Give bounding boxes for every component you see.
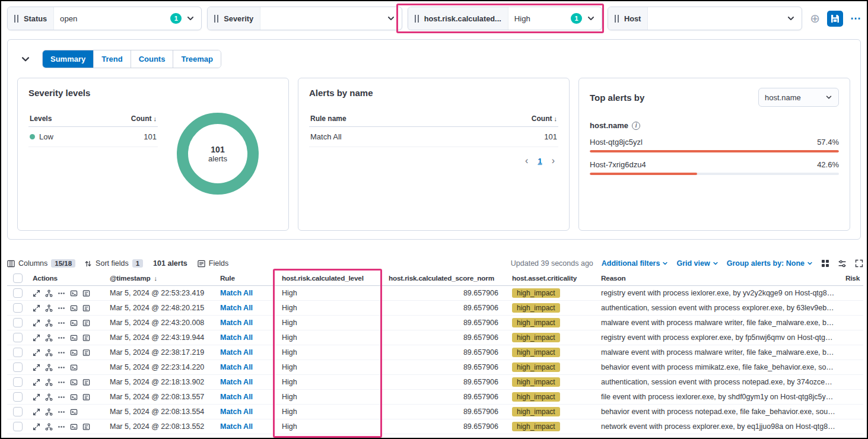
analyzer-graph-icon[interactable] <box>45 423 53 431</box>
col-criticality[interactable]: host.asset.criticality <box>508 274 597 282</box>
investigate-timeline-icon[interactable] <box>82 423 90 431</box>
filter-status[interactable]: Status open 1 <box>7 7 202 30</box>
drag-handle-icon[interactable] <box>415 15 419 23</box>
investigate-timeline-icon[interactable] <box>82 304 90 312</box>
col-risk[interactable]: Risk <box>836 274 863 282</box>
analyzer-graph-icon[interactable] <box>45 408 53 416</box>
session-view-icon[interactable] <box>70 349 78 357</box>
investigate-timeline-icon[interactable] <box>82 378 90 386</box>
session-view-icon[interactable] <box>70 290 78 297</box>
drag-handle-icon[interactable] <box>14 15 18 23</box>
more-actions-icon[interactable] <box>58 349 65 357</box>
col-count[interactable]: Count↓ <box>532 114 557 123</box>
filter-host[interactable]: Host <box>608 7 802 30</box>
drag-handle-icon[interactable] <box>214 15 218 23</box>
row-checkbox[interactable] <box>13 288 23 298</box>
investigate-timeline-icon[interactable] <box>82 290 90 297</box>
rule-link[interactable]: Match All <box>216 422 278 431</box>
more-actions-icon[interactable] <box>58 290 65 297</box>
investigate-timeline-icon[interactable] <box>82 334 90 342</box>
expand-alert-icon[interactable] <box>33 408 40 416</box>
analyzer-graph-icon[interactable] <box>45 349 53 357</box>
more-actions-icon[interactable] <box>58 378 65 386</box>
analyzer-graph-icon[interactable] <box>45 378 53 386</box>
investigate-timeline-icon[interactable] <box>82 349 90 357</box>
row-checkbox[interactable] <box>13 407 23 416</box>
expand-alert-icon[interactable] <box>33 290 40 297</box>
investigate-timeline-icon[interactable] <box>82 319 90 327</box>
more-actions-icon[interactable] <box>58 364 65 371</box>
analyzer-graph-icon[interactable] <box>45 304 53 312</box>
session-view-icon[interactable] <box>70 408 78 416</box>
columns-button[interactable]: Columns 15/18 <box>7 259 75 268</box>
session-view-icon[interactable] <box>70 334 78 342</box>
expand-alert-icon[interactable] <box>33 349 40 357</box>
session-view-icon[interactable] <box>70 423 78 431</box>
grid-view-button[interactable]: Grid view <box>676 259 718 268</box>
save-query-icon[interactable] <box>827 11 843 27</box>
sort-fields-button[interactable]: Sort fields 1 <box>84 259 143 268</box>
group-alerts-button[interactable]: Group alerts by: None <box>727 259 813 268</box>
analyzer-graph-icon[interactable] <box>45 290 53 297</box>
col-reason[interactable]: Reason <box>597 274 836 282</box>
expand-alert-icon[interactable] <box>33 378 40 386</box>
rule-link[interactable]: Match All <box>216 348 278 357</box>
tab-trend[interactable]: Trend <box>94 50 131 68</box>
session-view-icon[interactable] <box>70 319 78 327</box>
expand-alert-icon[interactable] <box>33 304 40 312</box>
session-view-icon[interactable] <box>70 393 78 401</box>
chevron-down-icon[interactable] <box>387 14 395 23</box>
more-actions-icon[interactable] <box>58 304 65 312</box>
chevron-down-icon[interactable] <box>186 14 195 23</box>
rule-link[interactable]: Match All <box>216 289 278 297</box>
info-icon[interactable]: i <box>632 122 640 130</box>
expand-alert-icon[interactable] <box>33 393 40 401</box>
fullscreen-icon[interactable] <box>855 259 863 268</box>
rule-link[interactable]: Match All <box>216 304 278 312</box>
col-risk-level[interactable]: host.risk.calculated_level <box>278 274 384 282</box>
add-filter-icon[interactable]: ⊕ <box>810 12 820 24</box>
row-checkbox[interactable] <box>13 303 23 313</box>
prev-page-icon[interactable]: ‹ <box>525 155 528 166</box>
drag-handle-icon[interactable] <box>615 15 619 23</box>
fields-button[interactable]: Fields <box>198 259 228 268</box>
chevron-down-icon[interactable] <box>787 14 795 23</box>
page-1-button[interactable]: 1 <box>538 157 542 166</box>
rule-link[interactable]: Match All <box>216 408 278 416</box>
row-checkbox[interactable] <box>13 422 23 431</box>
stack-by-select[interactable]: host.name <box>758 88 839 107</box>
tab-counts[interactable]: Counts <box>131 50 174 68</box>
more-actions-icon[interactable] <box>58 334 65 342</box>
investigate-timeline-icon[interactable] <box>82 393 90 401</box>
session-view-icon[interactable] <box>70 304 78 312</box>
select-all-checkbox[interactable] <box>13 273 23 283</box>
more-actions-icon[interactable] <box>58 319 65 327</box>
rule-link[interactable]: Match All <box>216 378 278 386</box>
rule-link[interactable]: Match All <box>216 319 278 327</box>
rule-link[interactable]: Match All <box>216 333 278 342</box>
session-view-icon[interactable] <box>70 378 78 386</box>
row-checkbox[interactable] <box>13 377 23 387</box>
row-checkbox[interactable] <box>13 392 23 402</box>
more-actions-icon[interactable] <box>58 393 65 401</box>
analyzer-graph-icon[interactable] <box>45 319 53 327</box>
expand-alert-icon[interactable] <box>33 423 40 431</box>
session-view-icon[interactable] <box>70 364 78 371</box>
col-risk-score[interactable]: host.risk.calculated_score_norm <box>384 274 508 282</box>
expand-alert-icon[interactable] <box>33 334 40 342</box>
col-count[interactable]: Count↓ <box>131 114 157 123</box>
expand-alert-icon[interactable] <box>33 364 40 371</box>
density-icon[interactable] <box>821 259 829 268</box>
analyzer-graph-icon[interactable] <box>45 364 53 371</box>
additional-filters-button[interactable]: Additional filters <box>602 259 669 268</box>
filter-severity[interactable]: Severity <box>207 7 402 30</box>
col-rule[interactable]: Rule <box>216 274 278 282</box>
row-checkbox[interactable] <box>13 318 23 327</box>
chevron-down-icon[interactable] <box>587 14 595 23</box>
collapse-charts-icon[interactable] <box>21 55 30 64</box>
tab-treemap[interactable]: Treemap <box>173 50 220 68</box>
analyzer-graph-icon[interactable] <box>45 393 53 401</box>
more-actions-icon[interactable] <box>58 408 65 416</box>
grid-settings-icon[interactable] <box>838 259 847 268</box>
query-menu-icon[interactable]: ⋯ <box>850 13 861 24</box>
